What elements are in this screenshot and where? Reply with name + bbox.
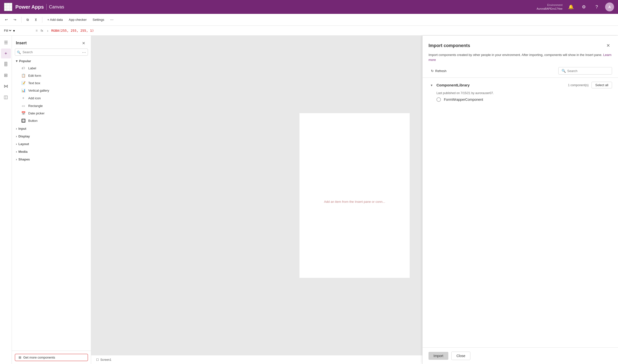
insert-item-edit-form[interactable]: 📋 Edit form <box>14 72 89 79</box>
insert-item-text-box-text: Text box <box>28 81 40 85</box>
insert-item-text-box[interactable]: 📝 Text box <box>14 79 89 87</box>
formula-equals-sign: = <box>36 29 38 33</box>
insert-item-vertical-gallery-text: Vertical gallery <box>28 89 49 92</box>
canvas-hint-text: Add an item from the Insert pane or conn… <box>324 200 385 204</box>
library-collapse-button[interactable]: ▾ <box>429 82 434 88</box>
insert-panel-close-button[interactable]: ✕ <box>80 40 87 47</box>
paste-button[interactable]: ⊻ <box>33 17 39 23</box>
import-button[interactable]: Import <box>429 352 448 360</box>
insert-item-rectangle-text: Rectangle <box>28 104 43 108</box>
library-meta: Last published on 7/15/21 by aurorauser0… <box>436 91 612 95</box>
data-icon-button[interactable]: 🗄 <box>1 59 11 69</box>
toolbar-separator-2 <box>42 17 42 23</box>
expand-icon-shapes: › <box>16 157 17 161</box>
refresh-button[interactable]: ↻ Refresh <box>429 68 449 74</box>
section-input: › Input <box>14 125 89 132</box>
section-input-header[interactable]: › Input <box>14 125 89 132</box>
insert-item-add-icon[interactable]: ＋ Add icon <box>14 94 89 102</box>
app-launcher-button[interactable] <box>4 3 12 11</box>
select-all-button[interactable]: Select all <box>591 82 612 88</box>
insert-item-edit-form-text: Edit form <box>28 74 41 78</box>
expand-icon: › <box>16 127 17 130</box>
insert-item-add-icon-text: Add icon <box>28 96 41 100</box>
section-display-header[interactable]: › Display <box>14 133 89 140</box>
insert-panel-footer: ⊞ Get more components <box>12 351 91 364</box>
add-data-button[interactable]: + Add data <box>45 17 65 23</box>
vertical-gallery-icon: 📊 <box>21 88 26 92</box>
search-more-button[interactable]: ⋯ <box>82 50 86 54</box>
insert-item-button-text: Button <box>28 119 38 123</box>
undo-button[interactable]: ↩ <box>3 17 10 23</box>
import-panel-actions: ↻ Refresh 🔍 <box>423 65 618 78</box>
help-button[interactable]: ? <box>592 2 601 11</box>
section-shapes: › Shapes <box>14 156 89 163</box>
get-more-components-button[interactable]: ⊞ Get more components <box>15 354 88 361</box>
insert-item-label-text: Label <box>28 66 36 70</box>
import-description-text: Import components created by other peopl… <box>429 53 602 57</box>
section-shapes-header[interactable]: › Shapes <box>14 156 89 163</box>
section-popular-header[interactable]: ▾ Popular <box>14 58 89 64</box>
notification-button[interactable]: 🔔 <box>566 2 575 11</box>
import-components-panel: Import components ✕ Import components cr… <box>422 36 618 364</box>
environment-info: Environment AuroraBAP​Env174ee <box>537 3 563 11</box>
section-input-label: Input <box>18 127 26 130</box>
insert-icon-button[interactable]: + <box>1 49 11 58</box>
screen1-tab[interactable]: ☐ Screen1 <box>94 357 113 363</box>
media-icon-button[interactable]: ⋈ <box>1 81 11 91</box>
toolbar-separator-1 <box>21 17 22 23</box>
insert-search-box: 🔍 ⋯ <box>15 49 88 56</box>
formula-fx-label: fx <box>41 29 43 32</box>
redo-button[interactable]: ↪ <box>12 17 18 23</box>
insert-item-label[interactable]: 🏷 Label <box>14 64 89 72</box>
library-header-left: ▾ ComponentLibrary <box>429 82 470 88</box>
top-nav-right: Environment AuroraBAP​Env174ee 🔔 ⚙ ? A <box>537 2 614 11</box>
formula-input[interactable]: RGBA(255, 255, 255, 1) <box>51 29 615 32</box>
components-icon-button[interactable]: ◫ <box>1 92 11 102</box>
component-radio-form-wrapper[interactable] <box>436 97 441 102</box>
expand-icon-display: › <box>16 134 17 138</box>
insert-list: ▾ Popular 🏷 Label 📋 Edit form 📝 Text box… <box>12 58 91 351</box>
brand-divider <box>46 4 47 10</box>
avatar-button[interactable]: A <box>605 2 614 11</box>
property-selector[interactable]: Fill ▾ <box>3 28 33 33</box>
settings-button[interactable]: ⚙ <box>579 2 588 11</box>
top-navigation: Power Apps Canvas Environment AuroraBAP​… <box>0 0 618 14</box>
expand-icon-media: › <box>16 150 17 154</box>
menu-icon-button[interactable]: ☰ <box>1 38 11 48</box>
button-icon: 🔲 <box>21 119 26 123</box>
variables-icon-button[interactable]: ⊞ <box>1 70 11 80</box>
insert-panel-header: Insert ✕ <box>12 36 91 49</box>
copy-button[interactable]: ⧉ <box>25 17 31 23</box>
insert-item-rectangle[interactable]: ▭ Rectangle <box>14 102 89 109</box>
insert-item-date-picker[interactable]: 📅 Date picker <box>14 109 89 117</box>
section-layout-header[interactable]: › Layout <box>14 141 89 147</box>
app-checker-button[interactable]: App checker <box>67 17 89 23</box>
section-shapes-label: Shapes <box>18 157 30 161</box>
import-panel-description: Import components created by other peopl… <box>423 50 618 65</box>
import-search-box: 🔍 <box>558 67 612 75</box>
library-header-right: 1 component(s) Select all <box>568 82 612 88</box>
insert-item-button[interactable]: 🔲 Button <box>14 117 89 124</box>
get-more-label: Get more components <box>23 356 55 359</box>
import-panel-close-button[interactable]: ✕ <box>604 42 612 50</box>
import-panel-header: Import components ✕ <box>423 36 618 50</box>
insert-panel: Insert ✕ 🔍 ⋯ ▾ Popular 🏷 Label 📋 <box>12 36 91 364</box>
import-search-input[interactable] <box>567 69 609 73</box>
canvas-screen[interactable]: Add an item from the Insert pane or conn… <box>299 113 410 278</box>
more-button[interactable]: ⋯ <box>108 17 115 23</box>
section-media-header[interactable]: › Media <box>14 148 89 155</box>
left-sidebar: ☰ + 🗄 ⊞ ⋈ ◫ <box>0 36 12 364</box>
insert-search-input[interactable] <box>15 49 88 56</box>
insert-item-vertical-gallery[interactable]: 📊 Vertical gallery <box>14 87 89 94</box>
collapse-icon: ▾ <box>16 59 18 63</box>
import-library-section: ▾ ComponentLibrary 1 component(s) Select… <box>423 78 618 104</box>
import-panel-footer: Import Close <box>423 347 618 364</box>
date-picker-icon: 📅 <box>21 111 26 115</box>
close-button[interactable]: Close <box>451 352 471 360</box>
section-layout: › Layout <box>14 141 89 147</box>
refresh-label: Refresh <box>435 69 447 73</box>
settings-toolbar-button[interactable]: Settings <box>91 17 106 23</box>
property-dropdown[interactable]: Fill <box>3 28 12 33</box>
insert-item-date-picker-text: Date picker <box>28 111 45 115</box>
edit-form-icon: 📋 <box>21 74 26 78</box>
